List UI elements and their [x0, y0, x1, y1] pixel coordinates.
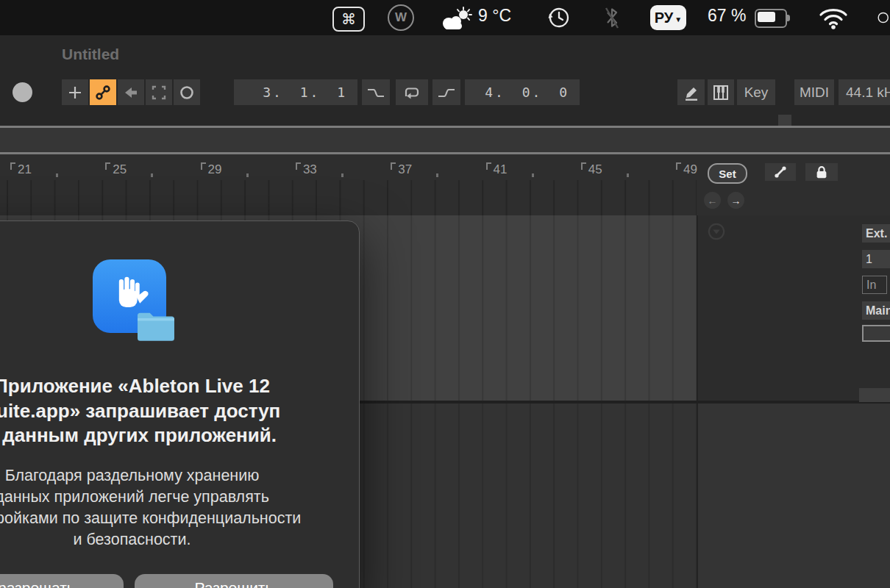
add-button[interactable] [62, 79, 88, 105]
record-indicator[interactable] [13, 82, 32, 102]
dialog-body: Благодаря раздельному хранению данных пр… [0, 465, 359, 551]
ruler-tick-icon [676, 162, 681, 170]
battery-body [755, 9, 787, 28]
output-type-chooser[interactable]: Main [862, 301, 890, 320]
folder-icon [135, 309, 177, 345]
ruler-grid [0, 180, 697, 215]
draw-mode-button[interactable] [677, 79, 705, 105]
permission-dialog: Приложение «Ableton Live 12 Suite.app» з… [0, 220, 360, 588]
app-data-protection-icon [93, 259, 168, 335]
re-enable-automation-button[interactable] [118, 79, 144, 105]
ruler-bar-label: 21 [10, 162, 32, 177]
ruler-dot [151, 173, 153, 177]
computer-midi-keyboard-button[interactable] [708, 79, 734, 105]
circle-icon [178, 84, 196, 101]
input-type-chooser[interactable]: Ext. In [862, 224, 890, 243]
ruler-dot [246, 173, 249, 177]
dialog-title-line: Suite.app» запрашивает доступ [0, 399, 359, 424]
midi-in-indicator [778, 115, 791, 126]
routing-panel-bottom [859, 388, 890, 402]
ruler-tick-icon [391, 162, 396, 170]
ruler-bar-label: 45 [581, 162, 602, 177]
ruler-dot [56, 173, 58, 177]
loop-icon [401, 83, 423, 102]
midi-map-button[interactable]: MIDI [794, 79, 834, 105]
loop-button[interactable] [396, 79, 428, 105]
automation-icon [94, 84, 112, 101]
nav-back-button[interactable]: ← [704, 192, 721, 209]
ruler-dot [436, 173, 438, 177]
lock-button[interactable] [805, 163, 838, 181]
allow-button[interactable]: Разрешить [135, 574, 333, 588]
capture-selection-button[interactable] [146, 79, 172, 105]
loop-length-display[interactable]: 4. 0. 0 [465, 79, 580, 105]
lock-icon [814, 165, 830, 179]
set-title: Untitled [62, 46, 119, 63]
battery-nub [787, 15, 790, 21]
pencil-icon [682, 83, 701, 102]
ruler-tick-icon [105, 162, 110, 170]
macos-menu-bar: ⌘ W 9 °C [0, 0, 890, 35]
dialog-title-line: Приложение «Ableton Live 12 [0, 374, 359, 399]
link-icon [772, 164, 788, 180]
punch-out-icon [436, 84, 457, 101]
dialog-body-line: данных приложений легче управлять [0, 487, 359, 508]
ruler-dot [341, 173, 343, 177]
ruler-tick-icon [486, 162, 491, 170]
arrangement-position-display[interactable]: 3. 1. 1 [234, 79, 357, 105]
unfold-track-button[interactable] [708, 223, 725, 240]
ruler-bar-label: 33 [296, 162, 317, 177]
beat-time-ruler[interactable]: 2125293337414549 [0, 154, 890, 215]
ruler-dot [532, 173, 534, 177]
ruler-tick-icon [581, 162, 586, 170]
track-meter [862, 325, 890, 342]
input-source-caret-icon: ▼ [674, 15, 682, 24]
monitor-in-button[interactable]: In [862, 276, 887, 294]
dialog-body-line: настройками по защите конфиденциальности [0, 508, 359, 529]
deny-button[interactable]: Не разрешать [0, 574, 124, 588]
dialog-title-line: к данным других приложений. [0, 423, 359, 448]
link-button[interactable] [765, 163, 796, 181]
plus-icon [67, 85, 83, 101]
bluetooth-off-icon[interactable] [602, 5, 622, 30]
punch-in-icon [366, 84, 386, 101]
track-header-audio-1[interactable]: 1 Audio [699, 217, 855, 401]
ruler-bar-label: 29 [201, 162, 222, 177]
wacom-logo-icon[interactable]: W [388, 4, 414, 31]
search-icon[interactable] [872, 6, 890, 29]
piano-keyboard-icon [712, 84, 730, 101]
automation-mode-button[interactable] [90, 79, 116, 105]
ruler-tick-icon [296, 162, 301, 170]
session-record-button[interactable] [174, 79, 200, 105]
sample-rate-display[interactable]: 44.1 kHz [839, 79, 890, 105]
ruler-tick-icon [10, 162, 15, 170]
set-locator-button[interactable]: Set [708, 163, 747, 184]
battery-icon[interactable] [755, 9, 787, 28]
wifi-icon[interactable] [818, 6, 849, 29]
ruler-bar-label: 25 [105, 162, 127, 177]
ruler-tick-icon [201, 162, 206, 170]
track-name[interactable]: 1 Audio [733, 225, 778, 240]
punch-out-button[interactable] [432, 79, 460, 105]
ruler-dot [627, 173, 629, 177]
back-arrow-icon [122, 84, 140, 101]
input-source-label: РУ [655, 10, 674, 26]
ruler-bar-label: 49 [676, 162, 697, 177]
input-source-badge[interactable]: РУ ▼ [650, 5, 686, 30]
battery-percent[interactable]: 67 % [708, 6, 746, 26]
screen: ⌘ W 9 °C [0, 0, 890, 588]
command-key-icon[interactable]: ⌘ [332, 7, 365, 32]
weather-temperature[interactable]: 9 °C [478, 6, 511, 26]
dialog-body-line: и безопасности. [0, 529, 359, 551]
punch-in-button[interactable] [362, 79, 390, 105]
transport-bar: Untitled 3. 1. 1 [0, 35, 890, 126]
input-channel-chooser[interactable]: 1 [862, 250, 890, 268]
nav-forward-button[interactable]: → [727, 192, 744, 209]
key-map-button[interactable]: Key [737, 79, 775, 105]
corner-brackets-icon [150, 84, 168, 101]
weather-icon[interactable] [438, 6, 474, 31]
dialog-body-line: Благодаря раздельному хранению [0, 465, 359, 487]
ruler-bar-label: 41 [486, 162, 508, 177]
overview-strip[interactable] [0, 128, 890, 152]
time-machine-icon[interactable] [547, 6, 571, 29]
